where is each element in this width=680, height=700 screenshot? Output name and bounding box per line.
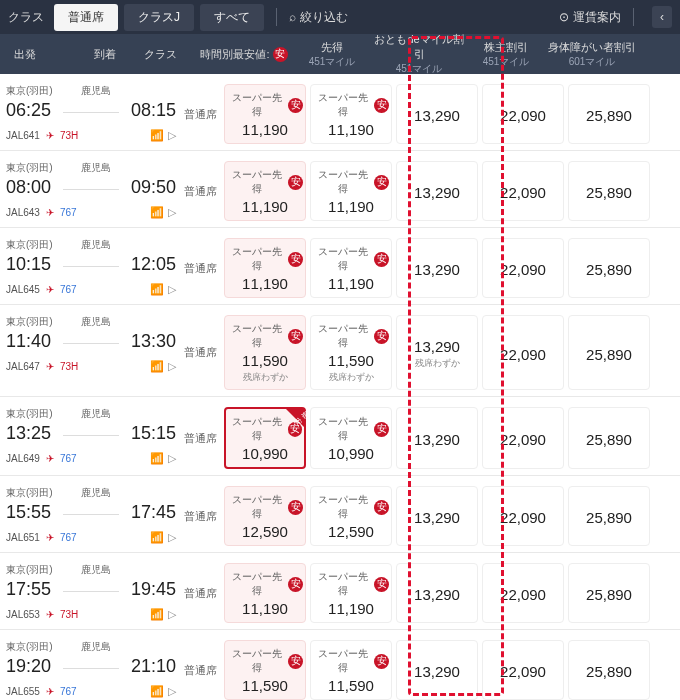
arr-airport: 鹿児島 [81, 238, 111, 252]
dep-time: 10:15 [6, 254, 51, 275]
fare-cell-disability[interactable]: 25,890 [568, 640, 650, 700]
fare-cell-sakitoku[interactable]: スーパー先得安 11,190 [310, 161, 392, 221]
aircraft-icon: ✈ [46, 361, 54, 372]
fare-cell-sakitoku[interactable]: スーパー先得安 11,190 [310, 563, 392, 623]
flight-row: 東京(羽田)鹿児島 17:5519:45 JAL653 ✈ 73H 📶▷ 普通席… [0, 553, 680, 630]
arr-time: 19:45 [131, 579, 176, 600]
flight-time-col: 東京(羽田)鹿児島 13:2515:15 JAL649 ✈ 767 📶▷ [6, 407, 176, 469]
chevron-left-icon[interactable]: ‹ [652, 6, 672, 28]
wifi-icon: 📶 [150, 531, 164, 544]
filter-button[interactable]: ⌕絞り込む [289, 9, 348, 26]
class-cell: 普通席 [176, 563, 224, 623]
cheap-badge-icon: 安 [273, 47, 288, 62]
fare-cell-lowest[interactable]: スーパー先得安 11,190 [224, 161, 306, 221]
fare-cell-lowest[interactable]: スーパー先得安 11,590 [224, 640, 306, 700]
fare-cell-shareholder[interactable]: 22,090 [482, 486, 564, 546]
fare-cell-lowest[interactable]: スーパー先得安 10,990 [224, 407, 306, 469]
fare-cell-shareholder[interactable]: 22,090 [482, 640, 564, 700]
fare-cell-sakitoku[interactable]: スーパー先得安 10,990 [310, 407, 392, 469]
dep-airport: 東京(羽田) [6, 315, 53, 329]
header-lowest-fare: 時間別最安値:安 [190, 47, 290, 62]
fare-cell-lowest[interactable]: スーパー先得安 11,590残席わずか [224, 315, 306, 390]
aircraft-type[interactable]: 73H [60, 361, 78, 372]
class-cell: 普通席 [176, 407, 224, 469]
tab-classj[interactable]: クラスJ [124, 4, 194, 31]
fare-cell-shareholder[interactable]: 22,090 [482, 84, 564, 144]
aircraft-type[interactable]: 767 [60, 284, 77, 295]
fare-cell-disability[interactable]: 25,890 [568, 315, 650, 390]
dep-airport: 東京(羽田) [6, 84, 53, 98]
fare-cell-shareholder[interactable]: 22,090 [482, 161, 564, 221]
fare-cell-otomo[interactable]: 13,290 [396, 640, 478, 700]
fare-cell-shareholder[interactable]: 22,090 [482, 315, 564, 390]
fare-cell-sakitoku[interactable]: スーパー先得安 11,590残席わずか [310, 315, 392, 390]
fare-cell-lowest[interactable]: スーパー先得安 12,590 [224, 486, 306, 546]
dep-time: 08:00 [6, 177, 51, 198]
fare-guide-link[interactable]: ⊙運賃案内 [559, 9, 621, 26]
arr-time: 12:05 [131, 254, 176, 275]
class-cell: 普通席 [176, 84, 224, 144]
fare-cell-otomo[interactable]: 13,290 [396, 407, 478, 469]
aircraft-icon: ✈ [46, 130, 54, 141]
aircraft-icon: ✈ [46, 453, 54, 464]
fare-cell-sakitoku[interactable]: スーパー先得安 12,590 [310, 486, 392, 546]
aircraft-type[interactable]: 767 [60, 686, 77, 697]
fare-cell-sakitoku[interactable]: スーパー先得安 11,190 [310, 84, 392, 144]
tab-economy[interactable]: 普通席 [54, 4, 118, 31]
fare-cell-disability[interactable]: 25,890 [568, 238, 650, 298]
flight-number: JAL653 [6, 609, 40, 620]
flight-number: JAL643 [6, 207, 40, 218]
fare-cell-disability[interactable]: 25,890 [568, 486, 650, 546]
flight-time-col: 東京(羽田)鹿児島 19:2021:10 JAL655 ✈ 767 📶▷ [6, 640, 176, 700]
fare-cell-shareholder[interactable]: 22,090 [482, 563, 564, 623]
flight-row: 東京(羽田)鹿児島 11:4013:30 JAL647 ✈ 73H 📶▷ 普通席… [0, 305, 680, 397]
fare-cell-lowest[interactable]: スーパー先得安 11,190 [224, 563, 306, 623]
fare-cell-sakitoku[interactable]: スーパー先得安 11,590 [310, 640, 392, 700]
play-icon: ▷ [168, 685, 176, 698]
fare-cell-disability[interactable]: 25,890 [568, 407, 650, 469]
fare-cell-otomo[interactable]: 13,290 [396, 563, 478, 623]
header-sakitoku: 先得451マイル [290, 40, 374, 69]
divider [633, 8, 634, 26]
aircraft-icon: ✈ [46, 532, 54, 543]
fare-cell-otomo[interactable]: 13,290 [396, 84, 478, 144]
wifi-icon: 📶 [150, 608, 164, 621]
fare-cell-shareholder[interactable]: 22,090 [482, 238, 564, 298]
top-bar: クラス 普通席 クラスJ すべて ⌕絞り込む ⊙運賃案内 ‹ [0, 0, 680, 34]
fare-cell-otomo[interactable]: 13,290残席わずか [396, 315, 478, 390]
class-label: クラス [8, 9, 44, 26]
fare-cell-otomo[interactable]: 13,290 [396, 161, 478, 221]
play-icon: ▷ [168, 360, 176, 373]
aircraft-type[interactable]: 767 [60, 453, 77, 464]
aircraft-type[interactable]: 767 [60, 207, 77, 218]
aircraft-type[interactable]: 767 [60, 532, 77, 543]
flight-number: JAL645 [6, 284, 40, 295]
arr-airport: 鹿児島 [81, 407, 111, 421]
fare-cell-otomo[interactable]: 13,290 [396, 486, 478, 546]
fare-cell-disability[interactable]: 25,890 [568, 84, 650, 144]
play-icon: ▷ [168, 129, 176, 142]
fare-cell-otomo[interactable]: 13,290 [396, 238, 478, 298]
arr-airport: 鹿児島 [81, 640, 111, 654]
tab-all[interactable]: すべて [200, 4, 264, 31]
arr-airport: 鹿児島 [81, 84, 111, 98]
fare-cell-disability[interactable]: 25,890 [568, 161, 650, 221]
aircraft-type[interactable]: 73H [60, 130, 78, 141]
fare-cell-lowest[interactable]: スーパー先得安 11,190 [224, 238, 306, 298]
header-departure: 出発 [0, 47, 50, 62]
wifi-icon: 📶 [150, 452, 164, 465]
fare-note: 残席わずか [399, 357, 475, 370]
fare-cell-lowest[interactable]: スーパー先得安 11,190 [224, 84, 306, 144]
fare-cell-shareholder[interactable]: 22,090 [482, 407, 564, 469]
flight-time-col: 東京(羽田)鹿児島 06:2508:15 JAL641 ✈ 73H 📶▷ [6, 84, 176, 144]
aircraft-type[interactable]: 73H [60, 609, 78, 620]
dep-airport: 東京(羽田) [6, 161, 53, 175]
arr-airport: 鹿児島 [81, 315, 111, 329]
dep-airport: 東京(羽田) [6, 486, 53, 500]
dep-time: 13:25 [6, 423, 51, 444]
play-icon: ▷ [168, 283, 176, 296]
fare-cell-sakitoku[interactable]: スーパー先得安 11,190 [310, 238, 392, 298]
dep-airport: 東京(羽田) [6, 640, 53, 654]
class-cell: 普通席 [176, 238, 224, 298]
fare-cell-disability[interactable]: 25,890 [568, 563, 650, 623]
